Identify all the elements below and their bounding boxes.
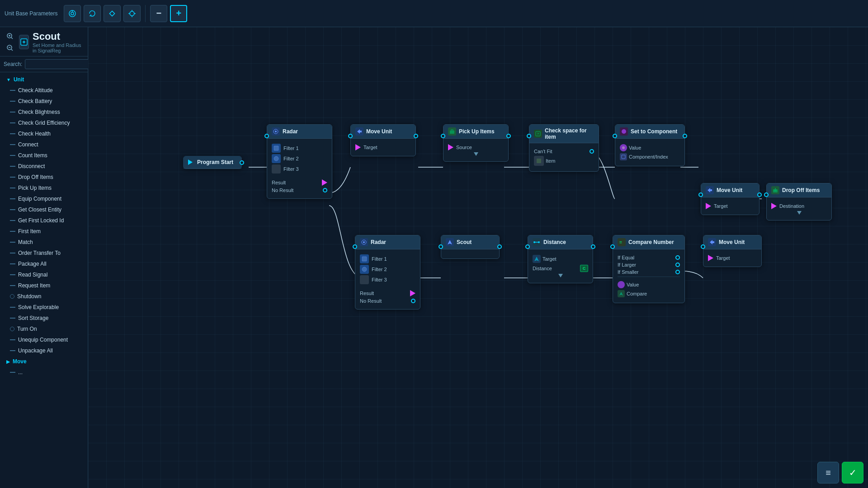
svg-point-37 — [362, 267, 367, 272]
drop-off-items-dest-diamond[interactable] — [771, 203, 777, 209]
sidebar-item-unequip-component[interactable]: Unequip Component — [0, 334, 88, 345]
zoom-out-small[interactable] — [5, 42, 15, 53]
check-space-item-icon — [534, 156, 544, 166]
radar1-filter3-row: Filter 3 — [272, 164, 327, 174]
distance-c-port[interactable]: C — [580, 265, 588, 272]
sidebar-section-unit[interactable]: ▼ Unit — [0, 74, 88, 85]
zoom-in-button[interactable]: + — [170, 5, 187, 22]
compare-number-ifequal-port[interactable] — [675, 255, 680, 260]
scout-in-port[interactable] — [439, 244, 443, 249]
move-unit2-out-port[interactable] — [757, 192, 762, 197]
sidebar-item-check-battery[interactable]: Check Battery — [0, 96, 88, 107]
node-drop-off-items[interactable]: Drop Off Items Destination — [766, 183, 832, 221]
sidebar-item-connect[interactable]: Connect — [0, 139, 88, 150]
move-unit1-out-port[interactable] — [414, 134, 418, 138]
radar1-noresult-port[interactable] — [323, 188, 327, 192]
svg-text:?: ? — [537, 132, 539, 136]
sidebar-item-drop-off-items[interactable]: Drop Off Items — [0, 172, 88, 183]
sidebar-item-disconnect[interactable]: Disconnect — [0, 161, 88, 172]
radar2-noresult-port[interactable] — [411, 299, 415, 303]
sidebar-item-package-all[interactable]: Package All — [0, 258, 88, 269]
node-distance-body: Target Distance C — [528, 249, 593, 283]
svg-point-19 — [275, 131, 277, 132]
node-scout[interactable]: Scout — [441, 235, 500, 259]
compare-number-iflarger-port[interactable] — [675, 263, 680, 267]
sidebar-item-equip-component[interactable]: Equip Component — [0, 193, 88, 204]
node-program-start-header: Program Start — [184, 156, 241, 169]
pick-up-items-source-row: Source — [448, 144, 504, 150]
sidebar-item-check-altitude[interactable]: Check Altitude — [0, 85, 88, 96]
sidebar-item-get-first-locked-id[interactable]: Get First Locked Id — [0, 215, 88, 226]
node-distance[interactable]: Distance Target Distance C — [528, 235, 593, 283]
node-move-unit3-header: Move Unit — [703, 235, 761, 249]
set-to-component-in-port[interactable] — [613, 134, 617, 138]
node-check-space-label: Check space for item — [545, 127, 594, 140]
drop-off-items-in-port[interactable] — [764, 192, 769, 197]
node-check-space[interactable]: ? Check space for item Can't Fit Item — [529, 124, 599, 172]
sidebar-item-unpackage-all[interactable]: Unpackage All — [0, 345, 88, 356]
sidebar-item-read-signal[interactable]: Read Signal — [0, 269, 88, 280]
svg-rect-36 — [362, 257, 367, 261]
check-space-in-port[interactable] — [527, 134, 531, 138]
move-unit3-in-port[interactable] — [701, 244, 705, 249]
sidebar-item-more[interactable]: ... — [0, 367, 88, 378]
sidebar-item-check-health[interactable]: Check Health — [0, 128, 88, 139]
sidebar-item-check-grid-efficiency[interactable]: Check Grid Efficiency — [0, 117, 88, 128]
sidebar-item-sort-storage[interactable]: Sort Storage — [0, 313, 88, 324]
node-move-unit1[interactable]: Move Unit Target — [350, 124, 416, 156]
move-unit1-in-port[interactable] — [348, 134, 353, 138]
zoom-out-button[interactable]: − — [150, 5, 167, 22]
move-unit2-target-diamond[interactable] — [706, 203, 711, 209]
sidebar-item-first-item[interactable]: First Item — [0, 226, 88, 237]
toolbar-btn-crosshair[interactable] — [123, 5, 141, 22]
node-program-start[interactable]: Program Start — [183, 156, 242, 169]
compare-number-ifsmaller-port[interactable] — [675, 270, 680, 274]
pick-up-items-in-port[interactable] — [441, 134, 445, 138]
node-radar2[interactable]: Radar Filter 1 Filter 2 — [355, 235, 420, 310]
node-move-unit3[interactable]: Move Unit Target — [703, 235, 762, 267]
check-space-cantfit-port[interactable] — [590, 149, 594, 154]
sidebar-item-check-blightness[interactable]: Check Blightness — [0, 107, 88, 117]
node-move-unit2[interactable]: Move Unit Target — [701, 183, 760, 215]
radar2-result-port[interactable] — [410, 290, 415, 296]
program-start-out-port[interactable] — [240, 160, 244, 165]
radar1-in-port[interactable] — [264, 134, 269, 138]
toolbar-btn-rotate[interactable] — [84, 5, 101, 22]
move-unit2-in-port[interactable] — [698, 192, 703, 197]
menu-button[interactable]: ≡ — [817, 462, 839, 483]
sidebar-section-move[interactable]: ▶ Move — [0, 356, 88, 367]
confirm-button[interactable]: ✓ — [842, 462, 863, 483]
node-radar1[interactable]: Radar Filter 1 Filter 2 — [267, 124, 332, 199]
drop-off-items-expand[interactable] — [797, 211, 802, 215]
sidebar-item-turn-on[interactable]: Turn On — [0, 324, 88, 334]
node-set-to-component[interactable]: Set to Component Value Component/Index — [615, 124, 685, 166]
sidebar-item-match[interactable]: Match — [0, 237, 88, 248]
scout-out-port[interactable] — [497, 244, 502, 249]
pick-up-items-out-port[interactable] — [506, 134, 511, 138]
distance-out-port[interactable] — [591, 244, 595, 249]
sidebar-item-shutdown[interactable]: Shutdown — [0, 291, 88, 302]
radar2-in-port[interactable] — [353, 244, 357, 249]
distance-expand[interactable] — [558, 274, 563, 277]
distance-in-port[interactable] — [525, 244, 530, 249]
toolbar-btn-diamond[interactable] — [104, 5, 121, 22]
node-set-to-component-body: Value Component/Index — [615, 139, 684, 166]
compare-number-in-port[interactable] — [610, 244, 615, 249]
canvas-area[interactable]: Program Start Radar — [88, 27, 868, 488]
move-unit1-target-diamond[interactable] — [355, 144, 361, 150]
node-pick-up-items[interactable]: Pick Up Items Source — [443, 124, 509, 162]
pick-up-items-expand[interactable] — [474, 152, 478, 156]
sidebar-item-request-item[interactable]: Request Item — [0, 280, 88, 291]
sidebar-item-order-transfer-to[interactable]: Order Transfer To — [0, 248, 88, 258]
sidebar-item-pick-up-items[interactable]: Pick Up Items — [0, 183, 88, 193]
set-to-component-out-port[interactable] — [683, 134, 687, 138]
node-compare-number[interactable]: = Compare Number If Equal If Larger If S… — [613, 235, 685, 303]
move-unit3-target-diamond[interactable] — [708, 255, 713, 261]
sidebar-item-get-closest-entity[interactable]: Get Closest Entity — [0, 204, 88, 215]
radar1-result-port[interactable] — [322, 179, 327, 186]
sidebar-item-count-items[interactable]: Count Items — [0, 150, 88, 161]
sidebar-item-solve-explorable[interactable]: Solve Explorable — [0, 302, 88, 313]
toolbar-btn-radar[interactable] — [64, 5, 81, 22]
zoom-in-small[interactable] — [5, 31, 15, 42]
pick-up-items-source-diamond[interactable] — [448, 144, 453, 150]
